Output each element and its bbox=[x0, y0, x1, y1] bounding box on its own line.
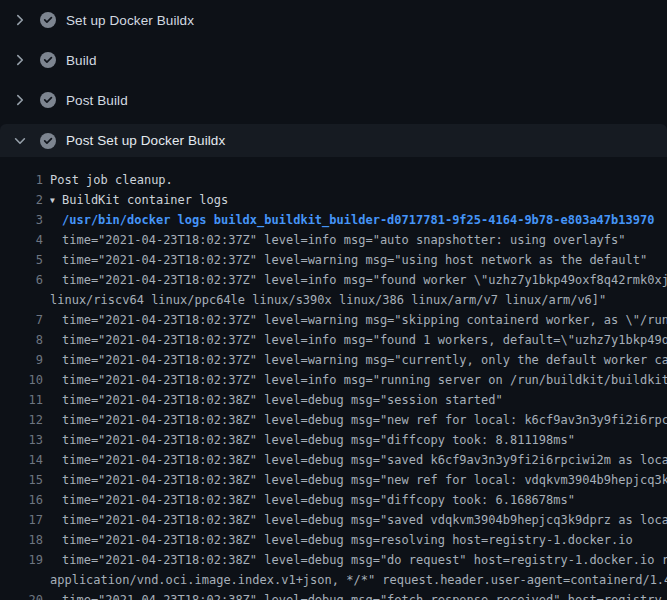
check-glyph bbox=[40, 133, 56, 149]
chevron-right-icon[interactable] bbox=[12, 92, 28, 108]
log-line-number[interactable]: 7 bbox=[0, 310, 43, 330]
log-line: 12 time="2021-04-23T18:02:38Z" level=deb… bbox=[0, 410, 667, 430]
log-line: 10 time="2021-04-23T18:02:37Z" level=inf… bbox=[0, 370, 667, 390]
log-line-text: time="2021-04-23T18:02:38Z" level=debug … bbox=[50, 470, 667, 490]
log-line-text: time="2021-04-23T18:02:38Z" level=debug … bbox=[50, 530, 667, 550]
log-line: 13 time="2021-04-23T18:02:38Z" level=deb… bbox=[0, 430, 667, 450]
check-glyph bbox=[40, 92, 56, 108]
chevron-glyph bbox=[12, 52, 28, 68]
log-line-number[interactable]: 18 bbox=[0, 530, 43, 550]
log-line-number[interactable]: 4 bbox=[0, 230, 43, 250]
log-line-number[interactable]: 6 bbox=[0, 270, 43, 290]
log-line: 20 time="2021-04-23T18:02:38Z" level=deb… bbox=[0, 590, 667, 600]
group-title[interactable]: BuildKit container logs bbox=[62, 193, 228, 207]
log-line-text: ▼BuildKit container logs bbox=[50, 190, 667, 210]
log-line-text: time="2021-04-23T18:02:37Z" level=info m… bbox=[50, 230, 667, 250]
log-line: 8 time="2021-04-23T18:02:37Z" level=info… bbox=[0, 330, 667, 350]
log-line: linux/riscv64 linux/ppc64le linux/s390x … bbox=[0, 290, 667, 310]
chevron-right-icon[interactable] bbox=[12, 52, 28, 68]
log-line: 11 time="2021-04-23T18:02:38Z" level=deb… bbox=[0, 390, 667, 410]
chevron-down-icon[interactable] bbox=[12, 133, 28, 149]
log-line-text: time="2021-04-23T18:02:38Z" level=debug … bbox=[50, 490, 667, 510]
log-line-text: time="2021-04-23T18:02:38Z" level=debug … bbox=[50, 430, 667, 450]
log-line-number[interactable]: 19 bbox=[0, 550, 43, 570]
check-glyph bbox=[40, 52, 56, 68]
log-line: 4 time="2021-04-23T18:02:37Z" level=info… bbox=[0, 230, 667, 250]
log-line: application/vnd.oci.image.index.v1+json,… bbox=[0, 570, 667, 590]
step-row-post-set-up-docker-buildx[interactable]: Post Set up Docker Buildx bbox=[0, 124, 667, 157]
log-line: 1 Post job cleanup. bbox=[0, 170, 667, 190]
log-line: 6 time="2021-04-23T18:02:37Z" level=info… bbox=[0, 270, 667, 290]
chevron-right-icon[interactable] bbox=[12, 12, 28, 28]
log-line-text: time="2021-04-23T18:02:38Z" level=debug … bbox=[50, 510, 667, 530]
log-line: 3 /usr/bin/docker logs buildx_buildkit_b… bbox=[0, 210, 667, 230]
log-line-number[interactable]: 17 bbox=[0, 510, 43, 530]
log-line: 19 time="2021-04-23T18:02:38Z" level=deb… bbox=[0, 550, 667, 570]
step-row-build[interactable]: Build bbox=[0, 40, 667, 80]
log-line-text: application/vnd.oci.image.index.v1+json,… bbox=[50, 570, 667, 590]
triangle-down-icon[interactable]: ▼ bbox=[50, 191, 62, 210]
chevron-glyph bbox=[12, 133, 28, 149]
check-glyph bbox=[40, 12, 56, 28]
check-circle-icon bbox=[40, 133, 56, 149]
log-line: 7 time="2021-04-23T18:02:37Z" level=warn… bbox=[0, 310, 667, 330]
log-line: 9 time="2021-04-23T18:02:37Z" level=warn… bbox=[0, 350, 667, 370]
step-label: Post Set up Docker Buildx bbox=[66, 133, 225, 148]
log-line-number[interactable]: 1 bbox=[0, 170, 43, 190]
log-line: 18 time="2021-04-23T18:02:38Z" level=deb… bbox=[0, 530, 667, 550]
log-line-number[interactable]: 15 bbox=[0, 470, 43, 490]
log-line-number[interactable]: 11 bbox=[0, 390, 43, 410]
log-line: 2 ▼BuildKit container logs bbox=[0, 190, 667, 210]
log-line-text: time="2021-04-23T18:02:38Z" level=debug … bbox=[50, 590, 667, 600]
log-line-number[interactable]: 12 bbox=[0, 410, 43, 430]
check-circle-icon bbox=[40, 12, 56, 28]
log-line: 15 time="2021-04-23T18:02:38Z" level=deb… bbox=[0, 470, 667, 490]
log-line-number[interactable]: 13 bbox=[0, 430, 43, 450]
log-line-text: time="2021-04-23T18:02:37Z" level=info m… bbox=[50, 330, 667, 350]
log-line-text: time="2021-04-23T18:02:37Z" level=info m… bbox=[50, 270, 667, 290]
log-line: 16 time="2021-04-23T18:02:38Z" level=deb… bbox=[0, 490, 667, 510]
log-line-number[interactable]: 10 bbox=[0, 370, 43, 390]
log-line-text: time="2021-04-23T18:02:37Z" level=info m… bbox=[50, 370, 667, 390]
step-label: Set up Docker Buildx bbox=[66, 13, 194, 28]
log-line: 17 time="2021-04-23T18:02:38Z" level=deb… bbox=[0, 510, 667, 530]
log-viewer: 1 Post job cleanup. 2 ▼BuildKit containe… bbox=[0, 157, 667, 600]
log-line-number[interactable]: 20 bbox=[0, 590, 43, 600]
log-line-text: /usr/bin/docker logs buildx_buildkit_bui… bbox=[50, 210, 667, 230]
log-line-text: time="2021-04-23T18:02:37Z" level=warnin… bbox=[50, 250, 667, 270]
check-circle-icon bbox=[40, 52, 56, 68]
check-circle-icon bbox=[40, 92, 56, 108]
log-line-number[interactable]: 9 bbox=[0, 350, 43, 370]
log-line-number[interactable]: 16 bbox=[0, 490, 43, 510]
log-line-number[interactable] bbox=[0, 290, 43, 310]
workflow-log-panel: Set up Docker Buildx Build P bbox=[0, 0, 667, 600]
log-line-text: time="2021-04-23T18:02:38Z" level=debug … bbox=[50, 390, 667, 410]
log-line-number[interactable] bbox=[0, 570, 43, 590]
log-line-number[interactable]: 3 bbox=[0, 210, 43, 230]
chevron-glyph bbox=[12, 12, 28, 28]
log-line: 5 time="2021-04-23T18:02:37Z" level=warn… bbox=[0, 250, 667, 270]
chevron-glyph bbox=[12, 92, 28, 108]
log-line-number[interactable]: 8 bbox=[0, 330, 43, 350]
step-label: Build bbox=[66, 53, 97, 68]
step-row-set-up-docker-buildx[interactable]: Set up Docker Buildx bbox=[0, 0, 667, 40]
log-line-text: time="2021-04-23T18:02:37Z" level=warnin… bbox=[50, 310, 667, 330]
log-line-number[interactable]: 5 bbox=[0, 250, 43, 270]
log-line-text: Post job cleanup. bbox=[50, 170, 667, 190]
step-label: Post Build bbox=[66, 93, 128, 108]
log-line-text: linux/riscv64 linux/ppc64le linux/s390x … bbox=[50, 290, 667, 310]
log-line-text: time="2021-04-23T18:02:38Z" level=debug … bbox=[50, 550, 667, 570]
log-line-text: time="2021-04-23T18:02:37Z" level=warnin… bbox=[50, 350, 667, 370]
log-line: 14 time="2021-04-23T18:02:38Z" level=deb… bbox=[0, 450, 667, 470]
log-line-number[interactable]: 2 bbox=[0, 190, 43, 210]
step-row-post-build[interactable]: Post Build bbox=[0, 80, 667, 120]
log-line-number[interactable]: 14 bbox=[0, 450, 43, 470]
step-list: Set up Docker Buildx Build P bbox=[0, 0, 667, 157]
log-line-text: time="2021-04-23T18:02:38Z" level=debug … bbox=[50, 450, 667, 470]
log-line-text: time="2021-04-23T18:02:38Z" level=debug … bbox=[50, 410, 667, 430]
